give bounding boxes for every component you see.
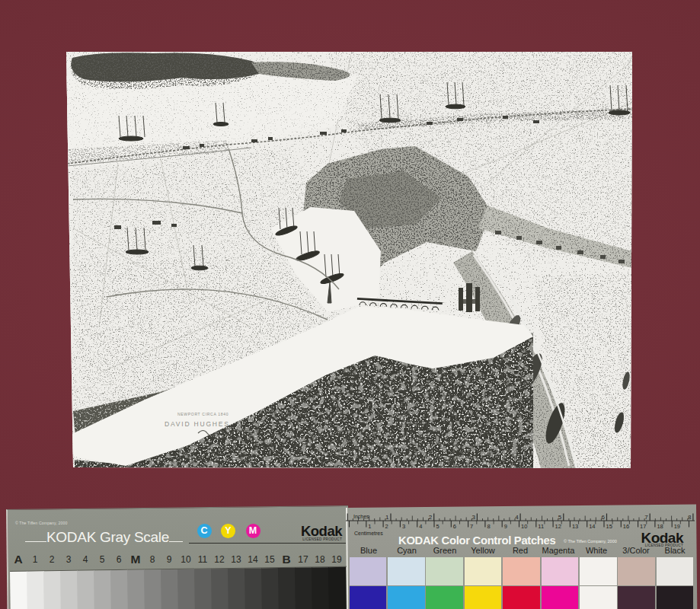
svg-text:NEWPORT CIRCA 1840: NEWPORT CIRCA 1840 <box>177 412 229 416</box>
svg-text:15: 15 <box>606 522 612 529</box>
svg-text:9: 9 <box>504 522 507 529</box>
svg-text:DAVID HUGHES: DAVID HUGHES <box>165 420 230 428</box>
svg-text:6: 6 <box>453 522 456 529</box>
svg-text:7: 7 <box>470 522 473 529</box>
svg-text:8: 8 <box>688 513 692 520</box>
svg-text:5: 5 <box>558 513 562 520</box>
svg-text:6: 6 <box>602 513 606 520</box>
svg-text:5: 5 <box>436 522 439 529</box>
svg-text:14: 14 <box>589 522 595 529</box>
svg-text:16: 16 <box>623 522 629 529</box>
svg-text:8: 8 <box>487 522 490 529</box>
svg-text:3: 3 <box>402 522 405 529</box>
svg-text:18: 18 <box>657 522 663 529</box>
svg-text:7: 7 <box>644 513 648 520</box>
svg-text:2: 2 <box>429 513 433 520</box>
svg-text:3: 3 <box>471 513 475 520</box>
svg-text:12: 12 <box>555 522 561 529</box>
svg-text:19: 19 <box>674 522 680 529</box>
svg-text:17: 17 <box>640 522 646 529</box>
svg-text:1: 1 <box>368 522 371 529</box>
svg-text:13: 13 <box>572 522 578 529</box>
svg-text:1: 1 <box>385 513 389 520</box>
svg-text:10: 10 <box>521 522 527 529</box>
svg-text:4: 4 <box>419 522 422 529</box>
svg-text:2: 2 <box>385 522 388 529</box>
svg-text:11: 11 <box>538 522 544 529</box>
svg-text:4: 4 <box>515 513 519 520</box>
